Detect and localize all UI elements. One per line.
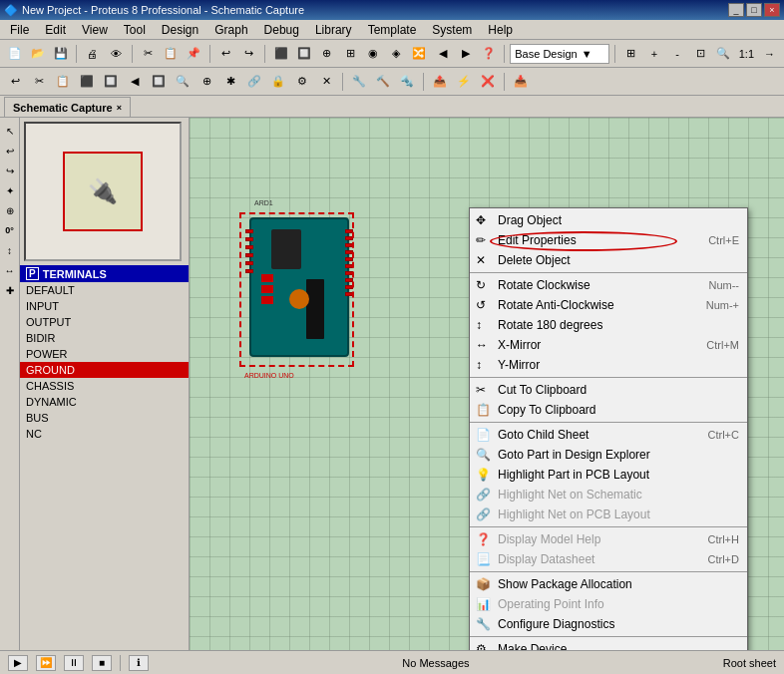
- tb2-btn8[interactable]: 🔍: [172, 71, 194, 93]
- tb2-btn13[interactable]: ⚙: [291, 71, 313, 93]
- tool-redo[interactable]: ↪: [1, 162, 19, 179]
- ctx-rotate-180[interactable]: ↕ Rotate 180 degrees: [470, 315, 747, 335]
- ctx-y-mirror[interactable]: ↕ Y-Mirror: [470, 355, 747, 375]
- ctx-copy[interactable]: 📋 Copy To Clipboard: [470, 400, 747, 420]
- tool-wire[interactable]: ↕: [1, 241, 19, 259]
- menu-view[interactable]: View: [74, 21, 116, 39]
- terminal-chassis[interactable]: CHASSIS: [20, 378, 189, 394]
- terminal-default[interactable]: DEFAULT: [20, 282, 189, 298]
- design-dropdown[interactable]: Base Design ▼: [510, 44, 609, 64]
- navigate-btn[interactable]: →: [759, 43, 780, 65]
- zoom-in-button[interactable]: +: [643, 43, 664, 65]
- open-button[interactable]: 📂: [27, 43, 48, 65]
- ctx-rotate-cw[interactable]: ↻ Rotate Clockwise Num--: [470, 275, 747, 295]
- tb-btn6[interactable]: 🔲: [293, 43, 314, 65]
- terminal-dynamic[interactable]: DYNAMIC: [20, 394, 189, 410]
- ctx-goto-child[interactable]: 📄 Goto Child Sheet Ctrl+C: [470, 425, 747, 445]
- ctx-goto-part[interactable]: 🔍 Goto Part in Design Explorer: [470, 445, 747, 465]
- tb2-btn1[interactable]: ↩: [4, 71, 26, 93]
- tab-schematic[interactable]: Schematic Capture ×: [4, 97, 131, 117]
- ctx-highlight-pcb[interactable]: 💡 Highlight Part in PCB Layout: [470, 465, 747, 485]
- menu-design[interactable]: Design: [154, 21, 206, 39]
- copy-button[interactable]: 📋: [161, 43, 182, 65]
- maximize-button[interactable]: □: [746, 3, 762, 17]
- cut-button[interactable]: ✂: [138, 43, 159, 65]
- tb-btn10[interactable]: ◈: [386, 43, 407, 65]
- zoom-fit-button[interactable]: ⊡: [690, 43, 711, 65]
- menu-library[interactable]: Library: [307, 21, 360, 39]
- print-button[interactable]: 🖨: [82, 43, 103, 65]
- terminal-bus[interactable]: BUS: [20, 410, 189, 426]
- terminal-bidir[interactable]: BIDIR: [20, 330, 189, 346]
- redo-button[interactable]: ↪: [238, 43, 259, 65]
- ctx-configure-diag[interactable]: 🔧 Configure Diagnostics: [470, 614, 747, 634]
- tb2-btn10[interactable]: ✱: [219, 71, 241, 93]
- tb2-btn14[interactable]: ✕: [315, 71, 337, 93]
- tb2-btn5[interactable]: 🔲: [100, 71, 122, 93]
- tool-origin[interactable]: ⊕: [1, 201, 19, 219]
- minimize-button[interactable]: _: [728, 3, 744, 17]
- tb2-btn11[interactable]: 🔗: [243, 71, 265, 93]
- tb2-btn12[interactable]: 🔒: [267, 71, 289, 93]
- terminal-ground[interactable]: GROUND: [20, 362, 189, 378]
- zoom-out-button[interactable]: -: [666, 43, 687, 65]
- tab-close-button[interactable]: ×: [117, 103, 122, 113]
- terminal-nc[interactable]: NC: [20, 426, 189, 442]
- menu-graph[interactable]: Graph: [206, 21, 255, 39]
- menu-help[interactable]: Help: [480, 21, 521, 39]
- menu-template[interactable]: Template: [360, 21, 425, 39]
- paste-button[interactable]: 📌: [184, 43, 204, 65]
- new-button[interactable]: 📄: [4, 43, 25, 65]
- tb2-btn21[interactable]: 📥: [510, 71, 532, 93]
- ctx-rotate-acw[interactable]: ↺ Rotate Anti-Clockwise Num-+: [470, 295, 747, 315]
- menu-file[interactable]: File: [2, 21, 37, 39]
- menu-edit[interactable]: Edit: [37, 21, 74, 39]
- info-button[interactable]: ℹ: [129, 655, 149, 671]
- tb2-btn16[interactable]: 🔨: [372, 71, 394, 93]
- stop-button[interactable]: ■: [92, 655, 112, 671]
- menu-debug[interactable]: Debug: [256, 21, 307, 39]
- tb2-btn18[interactable]: 📤: [429, 71, 451, 93]
- close-button[interactable]: ×: [764, 3, 780, 17]
- tb-btn11[interactable]: 🔀: [409, 43, 430, 65]
- tb2-btn9[interactable]: ⊕: [196, 71, 217, 93]
- tool-pointer[interactable]: ↖: [1, 122, 19, 140]
- tb2-btn3[interactable]: 📋: [52, 71, 74, 93]
- print-preview[interactable]: 👁: [105, 43, 126, 65]
- grid-button[interactable]: ⊞: [620, 43, 641, 65]
- tb2-btn20[interactable]: ❌: [477, 71, 499, 93]
- undo-button[interactable]: ↩: [215, 43, 236, 65]
- tb-btn7[interactable]: ⊕: [316, 43, 337, 65]
- tb2-btn19[interactable]: ⚡: [453, 71, 475, 93]
- tb2-btn4[interactable]: ⬛: [76, 71, 98, 93]
- tool-bus[interactable]: ↔: [1, 261, 19, 279]
- step-button[interactable]: ⏩: [36, 655, 56, 671]
- tb-btn5[interactable]: ⬛: [270, 43, 291, 65]
- menu-tool[interactable]: Tool: [116, 21, 154, 39]
- zoom-100-button[interactable]: 1:1: [736, 43, 757, 65]
- ctx-cut[interactable]: ✂ Cut To Clipboard: [470, 380, 747, 400]
- ctx-delete-object[interactable]: ✕ Delete Object: [470, 250, 747, 270]
- tb2-btn6[interactable]: ◀: [124, 71, 146, 93]
- ctx-drag-object[interactable]: ✥ Drag Object: [470, 210, 747, 230]
- tool-junction[interactable]: ✚: [1, 281, 19, 299]
- tool-marker[interactable]: ✦: [1, 181, 19, 199]
- ctx-x-mirror[interactable]: ↔ X-Mirror Ctrl+M: [470, 335, 747, 355]
- tb-btn12[interactable]: ◀: [432, 43, 453, 65]
- terminal-output[interactable]: OUTPUT: [20, 314, 189, 330]
- tb2-btn15[interactable]: 🔧: [348, 71, 370, 93]
- arduino-board[interactable]: [249, 217, 349, 357]
- menu-system[interactable]: System: [424, 21, 480, 39]
- terminal-power[interactable]: POWER: [20, 346, 189, 362]
- tb2-btn17[interactable]: 🔩: [396, 71, 418, 93]
- title-controls[interactable]: _ □ ×: [728, 3, 780, 17]
- tb-btn8[interactable]: ⊞: [339, 43, 360, 65]
- tb2-btn7[interactable]: 🔲: [148, 71, 170, 93]
- ctx-package-alloc[interactable]: 📦 Show Package Allocation: [470, 574, 747, 594]
- ctx-edit-properties[interactable]: ✏ Edit Properties Ctrl+E: [470, 230, 747, 250]
- tool-undo[interactable]: ↩: [1, 142, 19, 160]
- tool-select[interactable]: 0°: [1, 221, 19, 239]
- pause-button[interactable]: ⏸: [64, 655, 84, 671]
- zoom-area-button[interactable]: 🔍: [713, 43, 734, 65]
- tb-btn9[interactable]: ◉: [363, 43, 384, 65]
